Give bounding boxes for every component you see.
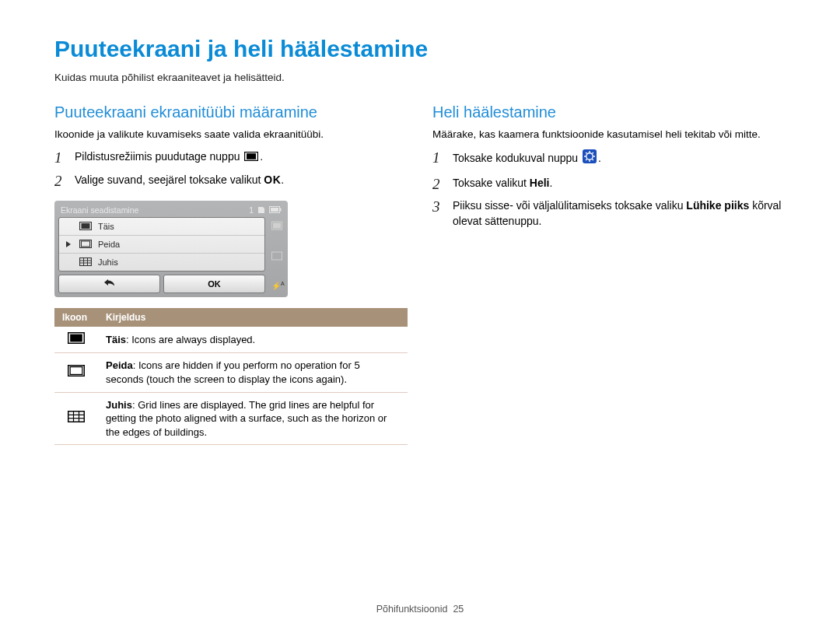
row-desc: : Icons are always displayed. <box>126 334 255 345</box>
side-icon-1 <box>271 220 282 231</box>
left-steps: Pildistusrežiimis puudutage nuppu . Vali… <box>54 149 408 188</box>
lcd-item-label: Täis <box>98 222 114 231</box>
svg-rect-20 <box>70 367 82 375</box>
th-kirjeldus: Kirjeldus <box>98 308 408 327</box>
lcd-ok-button[interactable]: OK <box>163 275 265 293</box>
svg-rect-9 <box>80 258 92 266</box>
empty-rect-icon <box>68 365 85 377</box>
icon-cell <box>54 327 98 353</box>
step-bold: Lühike piiks <box>686 199 749 212</box>
svg-rect-3 <box>271 208 278 212</box>
section-heading-sound: Heli häälestamine <box>432 103 786 121</box>
lcd-status: 1 <box>249 205 282 215</box>
battery-icon <box>269 206 282 213</box>
left-column: Puuteekraani ekraanitüübi määramine Ikoo… <box>54 103 408 445</box>
icon-cell <box>54 392 98 445</box>
step-tail: . <box>550 177 553 189</box>
svg-rect-6 <box>82 223 90 229</box>
step-tail: . <box>598 152 601 164</box>
page-subtitle: Kuidas muuta põhilist ekraaniteavet ja h… <box>54 72 786 83</box>
step-text: Valige suvand, seejärel toksake valikut <box>75 173 264 186</box>
lcd-option-tais[interactable]: Täis <box>59 218 264 236</box>
back-icon <box>104 279 115 287</box>
icon-cell <box>54 353 98 392</box>
step-bold: Heli <box>530 177 550 189</box>
lcd-option-peida[interactable]: Peida <box>59 236 264 254</box>
lcd-option-juhis[interactable]: Juhis <box>59 254 264 271</box>
left-step-2: Valige suvand, seejärel toksake valikut … <box>54 173 408 188</box>
svg-rect-1 <box>247 153 256 159</box>
camera-lcd-mock: Ekraani seadistamine 1 Täis <box>54 201 288 297</box>
row-name: Peida <box>106 359 133 371</box>
right-step-1: Toksake kodukuval nuppu . <box>432 149 786 168</box>
section-desc: Ikoonide ja valikute kuvamiseks saate va… <box>54 128 408 142</box>
table-row: Peida: Icons are hidden if you perform n… <box>54 353 408 392</box>
svg-rect-4 <box>280 208 282 212</box>
desc-cell: Juhis: Grid lines are displayed. The gri… <box>98 392 408 445</box>
lcd-item-label: Peida <box>98 240 120 249</box>
side-icon-2 <box>271 250 282 261</box>
fullscreen-icon <box>244 150 258 166</box>
footer-page-number: 25 <box>453 604 464 615</box>
table-row: Täis: Icons are always displayed. <box>54 327 408 353</box>
step-tail: . <box>281 173 284 186</box>
fullscreen-icon <box>68 332 85 344</box>
lcd-status-num: 1 <box>249 205 254 215</box>
flash-auto-icon: ⚡A <box>271 281 282 292</box>
svg-rect-15 <box>273 222 281 228</box>
lcd-side-icons: ⚡A <box>270 217 284 293</box>
icon-description-table: Ikoon Kirjeldus Täis: Icons are always d… <box>54 308 408 445</box>
table-row: Juhis: Grid lines are displayed. The gri… <box>54 392 408 445</box>
empty-rect-icon <box>79 240 92 248</box>
selected-indicator <box>65 240 73 249</box>
lcd-option-list: Täis Peida <box>58 217 265 271</box>
row-name: Juhis <box>106 399 132 411</box>
svg-rect-21 <box>68 412 85 422</box>
lcd-title: Ekraani seadistamine <box>61 205 138 215</box>
step-text: Piiksu sisse- või väljalülitamiseks toks… <box>453 199 686 212</box>
svg-rect-8 <box>82 241 90 247</box>
desc-cell: Täis: Icons are always displayed. <box>98 327 408 353</box>
right-steps: Toksake kodukuval nuppu . Toksake valiku… <box>432 149 786 229</box>
settings-icon <box>583 149 597 168</box>
step-text: Toksake kodukuval nuppu <box>453 152 581 164</box>
lcd-item-label: Juhis <box>98 257 118 267</box>
footer-label: Põhifunktsioonid <box>376 604 448 615</box>
ok-label: OK <box>264 173 281 186</box>
fullscreen-icon <box>79 222 92 230</box>
grid-icon <box>68 411 85 422</box>
step-tail: . <box>260 150 263 163</box>
sd-card-icon <box>257 206 265 214</box>
step-text: Pildistusrežiimis puudutage nuppu <box>75 150 243 163</box>
right-column: Heli häälestamine Määrake, kas kaamera f… <box>432 103 786 445</box>
row-desc: : Grid lines are displayed. The grid lin… <box>106 399 387 438</box>
right-step-2: Toksake valikut Heli. <box>432 176 786 191</box>
row-name: Täis <box>106 334 126 345</box>
desc-cell: Peida: Icons are hidden if you perform n… <box>98 353 408 392</box>
section-desc: Määrake, kas kaamera funktsioonide kasut… <box>432 128 786 142</box>
svg-rect-16 <box>272 252 282 260</box>
grid-icon <box>79 257 92 266</box>
page-title: Puuteekraani ja heli häälestamine <box>54 36 786 62</box>
lcd-back-button[interactable] <box>58 275 160 293</box>
svg-rect-18 <box>70 335 82 342</box>
th-ikoon: Ikoon <box>54 308 98 327</box>
step-text: Toksake valikut <box>453 177 530 189</box>
lcd-header: Ekraani seadistamine 1 <box>58 205 284 217</box>
right-step-3: Piiksu sisse- või väljalülitamiseks toks… <box>432 198 786 229</box>
row-desc: : Icons are hidden if you perform no ope… <box>106 359 360 385</box>
page-footer: Põhifunktsioonid 25 <box>0 604 840 615</box>
section-heading-display-type: Puuteekraani ekraanitüübi määramine <box>54 103 408 121</box>
left-step-1: Pildistusrežiimis puudutage nuppu . <box>54 149 408 165</box>
